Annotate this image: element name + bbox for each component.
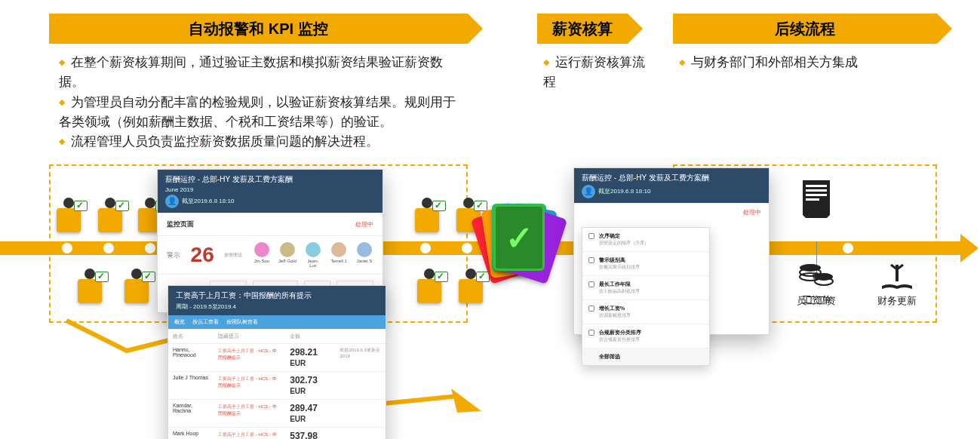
user-avatar-icon: 👤 (582, 185, 595, 198)
banner-3-text: 后续流程 (775, 19, 835, 39)
dash-period: June 2019 (165, 186, 375, 193)
dropdown-item[interactable]: 合规薪资分类排序按合规薪资分类排序 (582, 324, 709, 348)
cell-amount: 289.47 (290, 403, 318, 413)
dropdown-item[interactable]: 最长工作年限按工龄由高到低排序 (582, 275, 709, 299)
col-head: 隐藏提示 (214, 330, 285, 344)
bullet-item: 流程管理人员负责监控薪资数据质量问题的解决进程。 (59, 132, 466, 152)
drop-title: 薪酬运控 - 总部-HY 发薪及工费方案酬 (582, 173, 761, 183)
cell-link[interactable]: 工资高于上月工资 - HCS：中国报酬提示 (218, 376, 281, 389)
avatar-icon (357, 242, 372, 257)
col-head: 金额 (285, 330, 335, 344)
svg-rect-1 (806, 185, 827, 187)
table-row: Mark Hoop工资高于上月工资 - HCS：中国报酬提示537.98 EUR (168, 428, 386, 440)
cell-name: Kamdar, Rachna (168, 400, 214, 428)
person-name: Jean-Luc (307, 259, 318, 268)
alert-count: 26 (191, 243, 214, 267)
timeline-tick (460, 241, 474, 255)
item-title: 最长工作年限 (599, 281, 640, 288)
item-sub: 按合规薪资分类排序 (599, 336, 641, 343)
item-title: 警示级别高 (599, 256, 640, 264)
dropdown-item[interactable]: 次序确定按照设定的顺序（升序） (582, 228, 709, 251)
timeline-tick (143, 241, 157, 255)
user-avatar-icon: 👤 (165, 195, 179, 208)
sort-dropdown[interactable]: 次序确定按照设定的顺序（升序） 警示级别高按最高警示级别排序 最长工作年限按工龄… (582, 227, 710, 366)
alert-people: Jin-Soo Jeff Gold Jean-Luc Terrell J Jan… (253, 242, 373, 268)
checkbox-icon[interactable] (588, 305, 594, 312)
avatar-icon (331, 242, 346, 257)
tab[interactable]: 按团队树查看 (226, 318, 258, 326)
validator-icon (74, 269, 106, 303)
item-title: 增长工资% (599, 305, 631, 312)
bullets-downstream: 与财务部门和外部相关方集成 (679, 53, 875, 72)
table-crumb: 周期 - 2019.5至2019.4 (176, 302, 378, 311)
downstream-employee-pay: 员工工资 (791, 260, 842, 301)
bullet-item: 运行薪资核算流程 (543, 53, 649, 93)
document-stack-icon (475, 204, 566, 287)
banner-2-text: 薪资核算 (552, 19, 613, 39)
cell-note: 依据2019.6.3更新至2019 (335, 344, 386, 372)
bullet-item: 与财务部门和外部相关方集成 (679, 53, 875, 72)
downstream-label: 员工工资 (791, 295, 842, 307)
downstream-finance-update: 财务更新 (871, 260, 923, 301)
dropdown-item[interactable]: 警示级别高按最高警示级别排序 (582, 251, 709, 275)
dash-section-label: 监控页面 (167, 220, 194, 229)
screenshot-table: 工资高于上月工资：中国报酬的所有提示 周期 - 2019.5至2019.4 概览… (167, 285, 386, 439)
cell-amount: 302.73 (290, 375, 318, 385)
checkbox-icon[interactable] (588, 257, 594, 263)
checkbox-icon[interactable] (588, 330, 594, 336)
cell-amount: 537.98 (290, 431, 318, 439)
dash-title: 薪酬运控 - 总部-HY 发薪及工费方案酬 (165, 174, 375, 185)
checkbox-icon[interactable] (588, 233, 594, 239)
table-row: Julie J Thomas工资高于上月工资 - HCS：中国报酬提示302.7… (168, 372, 386, 400)
dropdown-item[interactable]: 增长工资%按调薪幅度排序 (582, 299, 709, 324)
validator-icon (94, 198, 126, 232)
cell-unit: EUR (290, 415, 306, 423)
payslip-icon (797, 177, 836, 218)
tab[interactable]: 概览 (174, 318, 185, 326)
validator-icon (413, 269, 445, 303)
bullet-item: 在整个薪资核算期间，通过验证主数据和模拟薪资结果验证薪资数据。 (59, 53, 466, 93)
validator-icon (121, 269, 152, 303)
table-tabs: 概览 按员工查看 按团队树查看 (168, 315, 386, 329)
table-row: Kamdar, Rachna工资高于上月工资 - HCS：中国报酬提示289.4… (168, 400, 386, 428)
dropdown-footer[interactable]: 全部筛选 (582, 348, 709, 365)
item-title: 全部筛选 (599, 353, 620, 361)
timeline-tick (841, 241, 855, 255)
svg-marker-13 (451, 388, 481, 413)
col-head: 姓名 (168, 330, 214, 344)
cell-name: Mark Hoop (168, 428, 214, 440)
tab[interactable]: 按员工查看 (192, 318, 219, 326)
cell-link[interactable]: 工资高于上月工资 - HCS：中国报酬提示 (218, 431, 281, 439)
timeline-tick (419, 241, 432, 255)
avatar-icon (254, 242, 269, 257)
timeline-tick (60, 241, 74, 255)
table-row: Hanno, Pinewood工资高于上月工资 - HCS：中国报酬提示298.… (168, 344, 386, 372)
cell-amount: 298.21 (290, 347, 318, 358)
item-sub: 按照设定的顺序（升序） (599, 240, 649, 247)
cell-link[interactable]: 工资高于上月工资 - HCS：中国报酬提示 (218, 404, 281, 417)
svg-rect-4 (806, 198, 819, 201)
downstream-payslip: 工资单 (791, 177, 842, 218)
alerts-table: 姓名隐藏提示金额 Hanno, Pinewood工资高于上月工资 - HCS：中… (168, 329, 386, 439)
cell-name: Hanno, Pinewood (168, 344, 214, 372)
table-title: 工资高于上月工资：中国报酬的所有提示 (176, 290, 378, 301)
svg-rect-3 (806, 194, 827, 196)
checkbox-icon[interactable] (588, 281, 594, 287)
timeline-tick (102, 241, 115, 255)
cell-link[interactable]: 工资高于上月工资 - HCS：中国报酬提示 (218, 348, 281, 361)
banner-1-text: 自动报警和 KPI 监控 (189, 19, 327, 39)
validator-icon (53, 198, 84, 232)
bullet-item: 为管理员自动分配丰富的检验规则，以验证薪资核算结果。规则用于各类领域（例如薪酬主… (59, 93, 466, 133)
dash-status: 处理中 (355, 220, 373, 229)
alert-label: 警示 (167, 250, 180, 260)
item-title: 合规薪资分类排序 (599, 329, 641, 336)
cell-unit: EUR (290, 387, 306, 395)
downstream-label: 财务更新 (871, 295, 923, 307)
person-name: Terrell J (330, 259, 346, 263)
drop-status: 处理中 (743, 208, 761, 216)
bullets-payroll: 运行薪资核算流程 (543, 53, 649, 93)
avatar-icon (280, 242, 295, 257)
person-name: Jeff Gold (278, 259, 296, 263)
banner-auto-alert: 自动报警和 KPI 监控 (49, 14, 468, 44)
cell-unit: EUR (290, 359, 306, 367)
